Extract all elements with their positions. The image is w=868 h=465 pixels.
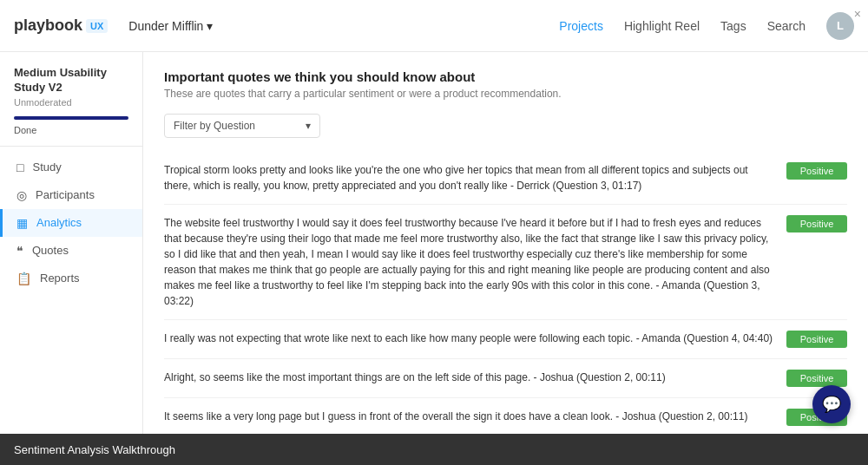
sidebar: Medium Usability Study V2 Unmoderated Do…: [0, 52, 143, 434]
study-title: Medium Usability Study V2: [14, 66, 128, 95]
sidebar-nav: □Study◎Participants▦Analytics❝Quotes📋Rep…: [0, 154, 142, 292]
chat-button[interactable]: 💬: [812, 385, 851, 423]
sidebar-item-study[interactable]: □Study: [0, 154, 142, 181]
chat-icon: 💬: [822, 395, 841, 414]
section-title: Important quotes we think you should kno…: [164, 69, 847, 84]
sentiment-badge: Positive: [786, 370, 847, 387]
close-icon[interactable]: ×: [854, 7, 861, 21]
study-icon: □: [16, 160, 23, 174]
sidebar-item-analytics[interactable]: ▦Analytics: [0, 209, 142, 237]
sidebar-item-reports[interactable]: 📋Reports: [0, 265, 142, 292]
sidebar-item-quotes[interactable]: ❝Quotes: [0, 237, 142, 265]
sidebar-label-quotes: Quotes: [32, 244, 69, 257]
sidebar-item-participants[interactable]: ◎Participants: [0, 181, 142, 209]
quote-row: It seems like a very long page but I gue…: [164, 398, 847, 434]
top-bar: playbook UX Dunder Mifflin ▾ Projects Hi…: [0, 0, 868, 52]
logo-ux-badge: UX: [86, 19, 108, 33]
content-area: Important quotes we think you should kno…: [143, 52, 868, 434]
progress-bar: [14, 116, 128, 120]
sentiment-badge: Positive: [786, 331, 847, 348]
org-name: Dunder Mifflin: [128, 19, 203, 33]
main-nav: Projects Highlight Reel Tags Search L: [559, 12, 854, 40]
participants-icon: ◎: [16, 188, 27, 202]
quote-text: It seems like a very long page but I gue…: [164, 409, 776, 424]
sidebar-label-reports: Reports: [40, 272, 80, 285]
filter-dropdown[interactable]: Filter by Question ▾: [164, 114, 320, 138]
reports-icon: 📋: [16, 272, 31, 285]
filter-chevron-icon: ▾: [306, 120, 311, 132]
avatar[interactable]: L: [826, 12, 854, 40]
main-layout: Medium Usability Study V2 Unmoderated Do…: [0, 52, 868, 434]
quote-row: I really was not expecting that wrote li…: [164, 320, 847, 359]
done-label: Done: [14, 125, 128, 135]
study-type: Unmoderated: [14, 97, 128, 108]
nav-tags[interactable]: Tags: [720, 19, 746, 33]
logo-playbook-text: playbook: [14, 16, 82, 35]
sidebar-study-info: Medium Usability Study V2 Unmoderated Do…: [0, 66, 142, 147]
quote-text: I really was not expecting that wrote li…: [164, 331, 776, 346]
sidebar-label-participants: Participants: [36, 188, 95, 201]
org-selector[interactable]: Dunder Mifflin ▾: [128, 19, 213, 33]
nav-highlight-reel[interactable]: Highlight Reel: [624, 19, 700, 33]
sidebar-label-analytics: Analytics: [36, 216, 82, 229]
quote-row: Alright, so seems like the most importan…: [164, 359, 847, 398]
sidebar-label-study: Study: [32, 160, 61, 174]
nav-projects[interactable]: Projects: [559, 19, 603, 33]
logo[interactable]: playbook UX: [14, 16, 108, 35]
quotes-icon: ❝: [16, 244, 23, 258]
section-subtitle: These are quotes that carry a particular…: [164, 88, 847, 100]
bottom-bar: Sentiment Analysis Walkthrough: [0, 434, 868, 465]
quote-text: Tropical storm looks pretty and looks li…: [164, 162, 776, 193]
chevron-down-icon: ▾: [207, 19, 213, 33]
sentiment-badge: Positive: [786, 162, 847, 180]
quote-text: Alright, so seems like the most importan…: [164, 370, 776, 385]
quote-row: Tropical storm looks pretty and looks li…: [164, 152, 847, 205]
nav-search[interactable]: Search: [767, 19, 806, 33]
filter-label: Filter by Question: [174, 120, 255, 132]
quote-row: The website feel trustworthy I would say…: [164, 205, 847, 320]
bottom-bar-label: Sentiment Analysis Walkthrough: [14, 443, 175, 456]
quotes-list: Tropical storm looks pretty and looks li…: [164, 152, 847, 434]
analytics-icon: ▦: [16, 216, 28, 230]
sentiment-badge: Positive: [786, 215, 847, 232]
progress-bar-fill: [14, 116, 128, 120]
quote-text: The website feel trustworthy I would say…: [164, 215, 776, 309]
